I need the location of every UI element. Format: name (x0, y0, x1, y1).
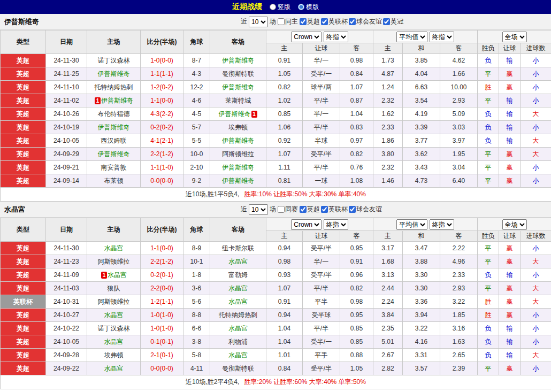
handicap-result-cell: 输 (499, 349, 521, 362)
col-avg-draw: 和 (403, 43, 440, 54)
same-checkbox-input[interactable] (278, 18, 285, 25)
games-count-select[interactable]: 10 (249, 204, 268, 215)
filters: 近 10 场 同主 英超英联杯球会友谊英冠 (241, 17, 403, 27)
avg-stage-select[interactable]: 终指 (430, 219, 454, 230)
result-cell: 平 (478, 174, 499, 188)
league-checkbox[interactable]: 英冠 (383, 17, 403, 26)
summary-record: 近10场,胜2平4负4, (186, 378, 239, 386)
result-cell: 负 (478, 268, 499, 282)
odds-away: 0.88 (340, 349, 373, 362)
league-checkbox[interactable]: 英联杯 (321, 205, 348, 214)
col-odds-home: 主 (266, 231, 303, 242)
avg-stage-select[interactable]: 终指 (430, 32, 454, 42)
away-team: 纽卡斯尔联 (210, 242, 266, 255)
corner-count: 4-5 (183, 107, 210, 121)
league-checkbox-input[interactable] (349, 206, 356, 213)
match-date: 24-10-19 (46, 121, 87, 134)
match-date: 24-11-03 (46, 282, 87, 295)
league-checkbox-input[interactable] (321, 18, 328, 25)
fulltime-select[interactable]: 全场 (502, 219, 527, 230)
avg-home: 4.87 (373, 67, 403, 81)
match-tbody-0: 英超24-11-30诺丁汉森林1-0(0-0)8-7伊普斯维奇0.91半/一0.… (1, 54, 551, 188)
league-checkbox-input[interactable] (383, 18, 390, 25)
result-cell: 平 (478, 148, 499, 161)
avg-home: 2.67 (373, 349, 403, 362)
odds-handicap: 半/一 (303, 255, 340, 268)
avg-draw: 3.85 (403, 54, 440, 67)
odds-handicap: 平/半 (303, 121, 340, 134)
odds-away: 0.98 (340, 295, 373, 309)
league-checkbox-input[interactable] (321, 206, 328, 213)
match-date: 24-11-09 (46, 268, 87, 282)
goals-result-cell: 小 (521, 174, 551, 188)
team-name: 水晶宫 (228, 298, 248, 305)
handicap-result-cell: 输 (499, 322, 521, 335)
league-checkbox[interactable]: 球会友谊 (349, 17, 382, 26)
league-cell: 英超 (1, 148, 46, 161)
result-cell: 胜 (478, 295, 499, 309)
goals-result-cell: 小 (521, 161, 551, 174)
corner-count: 9-2 (183, 174, 210, 188)
average-select[interactable]: 平均值 (396, 219, 427, 230)
match-score: 1-1(1-1) (141, 67, 183, 81)
goals-result-cell: 小 (521, 54, 551, 67)
league-checkbox[interactable]: 英超 (300, 205, 320, 214)
layout-radio-vertical[interactable]: 竖版 (270, 3, 290, 12)
odds-home: 1.02 (266, 94, 303, 107)
avg-away: 1.95 (440, 148, 478, 161)
corner-count: 6-6 (183, 322, 210, 335)
col-avg-away: 客 (440, 43, 478, 54)
away-team: 水晶宫 (210, 322, 266, 335)
match-row: 英超24-09-29伊普斯维奇2-2(1-2)10-0阿斯顿维拉1.07受平/半… (1, 148, 551, 161)
team-name: 伊普斯维奇 (222, 137, 254, 144)
result-cell: 平 (478, 94, 499, 107)
match-date: 24-11-10 (46, 81, 87, 94)
same-checkbox-input[interactable] (278, 206, 285, 213)
average-select[interactable]: 平均值 (396, 32, 427, 42)
result-cell: 平 (478, 255, 499, 268)
result-cell: 负 (478, 134, 499, 148)
layout-radio-horizontal[interactable]: 横版 (298, 3, 319, 12)
goals-result-cell: 大 (521, 295, 551, 309)
league-checkbox-input[interactable] (300, 206, 307, 213)
team-name: 布莱顿 (104, 177, 124, 185)
league-checkbox[interactable]: 英联杯 (321, 17, 348, 26)
goals-result-cell: 大 (521, 255, 551, 268)
bookmaker-select[interactable]: Crown (291, 219, 322, 230)
team-name: 伊普斯维奇 (222, 57, 254, 64)
odds-stage-select[interactable]: 终指 (324, 32, 348, 42)
match-score: 2-2(1-2) (141, 148, 183, 161)
handicap-result-cell: 赢 (499, 255, 521, 268)
league-cell: 英超 (1, 81, 46, 94)
odds-group-header: Crown 终指 (266, 30, 373, 43)
match-row: 英超24-09-22水晶宫0-0(0-0)4-11曼彻斯特联0.84受平/半1.… (1, 362, 551, 375)
col-handicap-result: 让球 (499, 231, 521, 242)
col-handicap: 让球 (303, 231, 340, 242)
same-checkbox[interactable]: 同主 (278, 17, 298, 26)
league-cell: 英超 (1, 174, 46, 188)
match-score: 1-0(0-0) (141, 54, 183, 67)
bookmaker-select[interactable]: Crown (291, 32, 322, 42)
team-name: 水晶宫 (228, 258, 248, 265)
league-cell: 英超 (1, 67, 46, 81)
odds-away: 0.87 (340, 94, 373, 107)
team-name: 伊普斯维奇 (98, 150, 130, 158)
league-checkbox-input[interactable] (300, 18, 307, 25)
same-checkbox[interactable]: 同赛 (278, 205, 298, 214)
league-checkbox[interactable]: 英超 (300, 17, 320, 26)
league-cell: 英超 (1, 107, 46, 121)
league-checkbox[interactable]: 球会友谊 (349, 205, 382, 214)
avg-home: 1.46 (373, 174, 403, 188)
fulltime-select[interactable]: 全场 (502, 32, 527, 42)
league-cell: 英超 (1, 362, 46, 375)
goals-result-cell: 大 (521, 134, 551, 148)
layout-radio-horizontal-input[interactable] (298, 4, 304, 10)
odds-stage-select[interactable]: 终指 (324, 219, 348, 230)
match-row: 英超24-10-19伊普斯维奇0-2(0-2)5-7埃弗顿1.06平/半0.83… (1, 121, 551, 134)
corner-count: 1-8 (183, 268, 210, 282)
team-name: 西汉姆联 (101, 137, 127, 144)
league-checkbox-input[interactable] (349, 18, 356, 25)
avg-away: 3.16 (440, 322, 478, 335)
layout-radio-vertical-input[interactable] (270, 4, 276, 10)
games-count-select[interactable]: 10 (249, 17, 268, 27)
